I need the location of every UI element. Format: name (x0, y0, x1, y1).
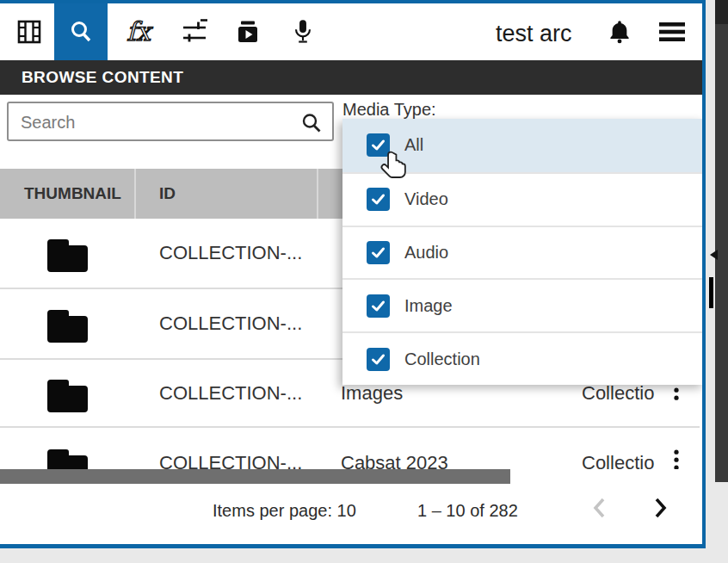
page-range-label: 1 – 10 of 282 (417, 501, 518, 521)
checkbox-checked[interactable] (367, 348, 390, 371)
notifications-button[interactable] (601, 3, 639, 60)
background-panel-top (715, 0, 728, 24)
media-type-label: Media Type: (342, 100, 436, 120)
app-window: fx (0, 0, 706, 548)
media-library-tab[interactable] (227, 3, 268, 60)
previous-page-button[interactable] (590, 496, 609, 520)
cell-id: COLLECTION-... (159, 382, 302, 405)
tune-icon (180, 17, 209, 46)
option-label: Audio (404, 243, 448, 263)
folder-icon (45, 305, 89, 343)
column-header-id[interactable]: ID (159, 169, 176, 219)
column-separator (134, 169, 136, 219)
media-type-option-image[interactable]: Image (342, 278, 705, 331)
page-title: BROWSE CONTENT (22, 68, 183, 87)
top-toolbar: fx (0, 3, 702, 60)
search-icon (67, 18, 95, 46)
cell-type: Collectio (582, 382, 667, 405)
checkbox-checked[interactable] (367, 188, 390, 211)
account-name[interactable]: test arc (496, 21, 572, 47)
background-panel (715, 0, 728, 482)
media-type-option-audio[interactable]: Audio (342, 226, 705, 279)
checkbox-checked[interactable] (367, 294, 390, 318)
column-header-thumbnail[interactable]: THUMBNAIL (24, 169, 121, 219)
video-library-icon (233, 17, 262, 46)
column-separator (317, 169, 318, 219)
section-header-bar: BROWSE CONTENT (0, 60, 702, 95)
next-page-button[interactable] (651, 496, 669, 520)
paginator: Items per page: 10 1 – 10 of 282 (0, 484, 706, 544)
voice-tab[interactable] (284, 3, 322, 60)
option-label: Image (404, 296, 453, 316)
vertical-scrollbar-thumb[interactable] (709, 277, 713, 308)
hamburger-icon (658, 22, 686, 42)
search-input[interactable] (19, 105, 298, 139)
main-menu-button[interactable] (652, 3, 692, 60)
folder-icon (45, 374, 89, 412)
library-tab[interactable] (9, 3, 50, 60)
microphone-icon (290, 18, 316, 46)
search-field-icon[interactable] (299, 111, 324, 135)
cell-title: Images (341, 382, 403, 405)
items-per-page-label: Items per page: 10 (213, 501, 356, 521)
folder-icon (45, 234, 89, 272)
horizontal-scrollbar-thumb[interactable] (0, 469, 510, 484)
media-type-dropdown: All Video Audio Image Collection (342, 119, 705, 385)
media-type-option-collection[interactable]: Collection (342, 331, 705, 385)
svg-text:fx: fx (126, 16, 153, 46)
theaters-icon (15, 18, 43, 46)
cell-id: COLLECTION-... (159, 242, 302, 264)
search-tab[interactable] (54, 3, 108, 60)
panel-collapse-arrow-icon[interactable] (710, 250, 718, 260)
option-label: Video (404, 189, 448, 209)
fx-icon: fx (123, 15, 159, 48)
search-field (7, 102, 334, 141)
bell-icon (607, 18, 632, 46)
horizontal-scrollbar[interactable] (0, 469, 706, 484)
effects-tab[interactable]: fx (120, 3, 162, 60)
hand-cursor-icon (379, 150, 410, 181)
checkbox-checked[interactable] (367, 241, 390, 264)
cell-id: COLLECTION-... (159, 312, 302, 335)
settings-tab[interactable] (174, 3, 215, 60)
option-label: Collection (404, 350, 480, 369)
